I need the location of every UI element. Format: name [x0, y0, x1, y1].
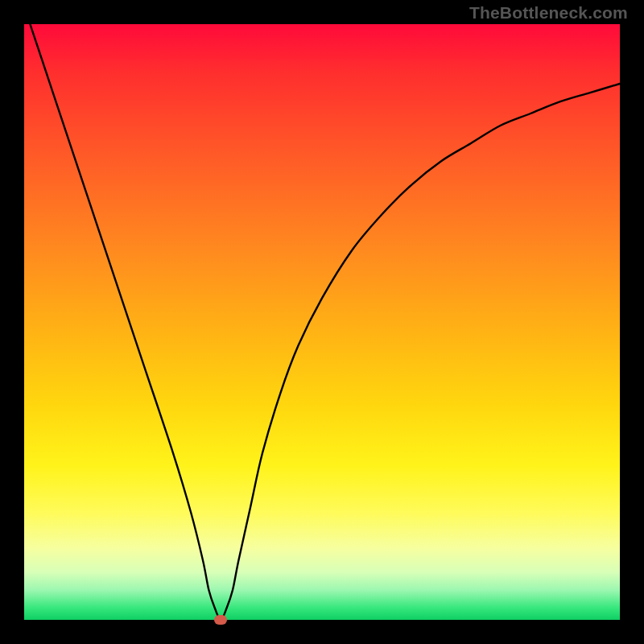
- plot-area: [24, 24, 620, 620]
- chart-frame: TheBottleneck.com: [0, 0, 644, 644]
- bottleneck-curve: [24, 6, 620, 620]
- curve-svg: [24, 24, 620, 620]
- optimal-point-marker: [214, 615, 227, 625]
- watermark-text: TheBottleneck.com: [469, 3, 628, 23]
